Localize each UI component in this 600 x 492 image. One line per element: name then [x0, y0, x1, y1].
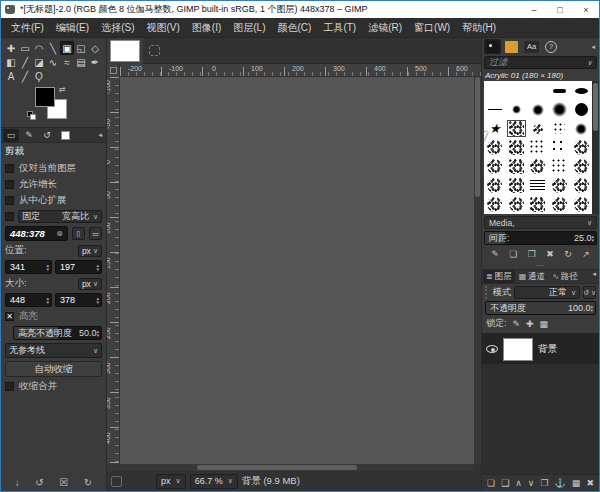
tool-crop[interactable]: ▣: [60, 41, 74, 55]
tab-layers[interactable]: ≣ 图层: [483, 270, 515, 283]
option-allow-growing[interactable]: 允许增长: [5, 178, 102, 191]
new-brush-icon[interactable]: ❏: [509, 249, 517, 259]
lock-position-icon[interactable]: ✚: [526, 319, 534, 329]
tab-device-status[interactable]: ✎: [21, 129, 37, 142]
tool-paths[interactable]: ∿: [46, 55, 60, 69]
brush-thumbnail[interactable]: [484, 138, 506, 157]
menu-file[interactable]: 文件(F): [5, 19, 50, 37]
dock-drag-handle[interactable]: [485, 286, 489, 299]
tab-brushes[interactable]: [484, 39, 501, 54]
checkbox[interactable]: [5, 196, 14, 205]
lock-paint-icon[interactable]: ✎: [513, 319, 521, 329]
close-button[interactable]: ×: [573, 1, 599, 18]
tool-bucket-fill[interactable]: ◧: [4, 55, 18, 69]
tool-perspective[interactable]: ◇: [88, 41, 102, 55]
brush-thumbnail[interactable]: ★: [484, 119, 506, 138]
unit-combo[interactable]: px∨: [156, 474, 186, 489]
tab-tool-options[interactable]: ▭: [3, 129, 19, 142]
tool-text[interactable]: A: [4, 69, 18, 83]
default-colors-icon[interactable]: [27, 111, 37, 121]
maximize-button[interactable]: □: [547, 1, 573, 18]
brush-thumbnail[interactable]: [484, 157, 506, 176]
tool-eraser[interactable]: ◪: [32, 55, 46, 69]
scrollbar-thumb[interactable]: [475, 77, 480, 197]
brush-thumbnail[interactable]: [484, 195, 506, 214]
option-highlight[interactable]: ✕ 高亮: [5, 310, 102, 323]
layer-row-background[interactable]: 背景: [482, 334, 599, 364]
new-layer-icon[interactable]: ❏: [487, 478, 495, 488]
restore-preset-icon[interactable]: ↺: [35, 477, 43, 488]
mode-switch-button[interactable]: ↺∨: [583, 286, 596, 299]
foreground-background-colors[interactable]: ⇄: [35, 85, 75, 125]
tab-fonts[interactable]: Aa: [522, 39, 541, 54]
menu-view[interactable]: 视图(V): [140, 19, 185, 37]
tab-paths[interactable]: ∿ 路径: [549, 270, 581, 283]
scrollbar-thumb[interactable]: [593, 83, 598, 131]
brush-thumbnail[interactable]: [549, 119, 571, 138]
duplicate-brush-icon[interactable]: ❐: [528, 249, 536, 259]
checkbox[interactable]: [5, 164, 14, 173]
horizontal-ruler[interactable]: -200 -100 0 100 200 300 400 500 600: [120, 64, 481, 76]
brush-thumbnail[interactable]: [527, 100, 549, 119]
swap-colors-icon[interactable]: ⇄: [59, 85, 66, 94]
brush-thumbnail[interactable]: [506, 81, 528, 100]
delete-preset-icon[interactable]: ☒: [59, 477, 68, 488]
open-brush-as-image-icon[interactable]: ↗: [582, 249, 590, 259]
position-y-spinbox[interactable]: 197 ▴▾: [55, 260, 102, 274]
menu-windows[interactable]: 窗口(W): [408, 19, 456, 37]
brush-thumbnail[interactable]: [506, 195, 528, 214]
brush-thumbnail[interactable]: [549, 176, 571, 195]
lower-layer-icon[interactable]: ∨: [528, 478, 535, 488]
landscape-orientation-button[interactable]: ▭: [89, 227, 102, 240]
aspect-ratio-input[interactable]: 448:378 ⊗: [5, 226, 68, 241]
tab-document-history[interactable]: ?: [543, 39, 559, 54]
fixed-checkbox[interactable]: [5, 212, 14, 221]
navigation-button[interactable]: [474, 464, 481, 471]
tool-measure[interactable]: ╲: [46, 41, 60, 55]
horizontal-scrollbar[interactable]: [107, 464, 474, 471]
brush-thumbnail[interactable]: [506, 138, 528, 157]
vertical-ruler[interactable]: -100 -50 0 50 100 150 200 250 300 350 40…: [107, 77, 120, 464]
size-height-spinbox[interactable]: 378 ▴▾: [55, 293, 102, 307]
menu-edit[interactable]: 编辑(E): [50, 19, 95, 37]
edit-brush-icon[interactable]: ✎: [491, 249, 499, 259]
checkbox[interactable]: [5, 382, 14, 391]
guides-combo[interactable]: 无参考线 ∨: [5, 343, 102, 358]
layer-opacity-slider[interactable]: 不透明度 100.0 ▴▾: [485, 301, 596, 315]
auto-shrink-button[interactable]: 自动收缩: [5, 361, 102, 377]
stepper-icons[interactable]: ▴▾: [591, 234, 594, 242]
brush-thumbnail[interactable]: [506, 157, 528, 176]
tab-menu-icon[interactable]: ◂: [592, 270, 596, 283]
fixed-combo[interactable]: 固定 宽高比 ∨: [18, 210, 102, 223]
image-drop-target-icon[interactable]: [149, 45, 160, 56]
option-current-layer-only[interactable]: 仅对当前图层: [5, 162, 102, 175]
stepper-icons[interactable]: ▴▾: [46, 263, 49, 271]
ruler-corner-button[interactable]: [107, 64, 120, 77]
brush-spacing-slider[interactable]: 间距: 25.0 ▴▾: [484, 231, 597, 245]
brush-thumbnail[interactable]: [527, 176, 549, 195]
brush-thumbnail[interactable]: [527, 81, 549, 100]
size-width-spinbox[interactable]: 448 ▴▾: [5, 293, 52, 307]
position-x-spinbox[interactable]: 341 ▴▾: [5, 260, 52, 274]
brush-thumbnail[interactable]: [527, 157, 549, 176]
anchor-layer-icon[interactable]: ⚓: [555, 478, 566, 488]
tab-colors[interactable]: [57, 129, 73, 142]
tab-menu-icon[interactable]: ◂: [591, 43, 595, 51]
merge-layer-icon[interactable]: ▦: [572, 478, 581, 488]
brush-thumbnail[interactable]: [506, 176, 528, 195]
delete-layer-icon[interactable]: ✖: [586, 478, 594, 488]
highlight-checkbox[interactable]: ✕: [5, 312, 14, 321]
reset-options-icon[interactable]: ↻: [84, 477, 92, 488]
clear-icon[interactable]: ⊗: [56, 229, 63, 238]
brush-thumbnail[interactable]: [570, 100, 592, 119]
menu-filters[interactable]: 滤镜(R): [362, 19, 408, 37]
brush-tag-combo[interactable]: Media, ∨: [484, 216, 597, 229]
save-preset-icon[interactable]: ↓: [15, 477, 20, 488]
stepper-icons[interactable]: ▴▾: [96, 263, 99, 271]
position-unit-combo[interactable]: px∨: [78, 245, 102, 257]
brush-thumbnail[interactable]: [570, 157, 592, 176]
tab-channels[interactable]: ▦ 通道: [516, 270, 549, 283]
stepper-icons[interactable]: ▴▾: [590, 304, 593, 312]
brush-filter-input[interactable]: 过滤 ∨: [484, 56, 597, 69]
highlight-opacity-slider[interactable]: 高亮不透明度 50.0 ▴▾: [13, 326, 102, 340]
